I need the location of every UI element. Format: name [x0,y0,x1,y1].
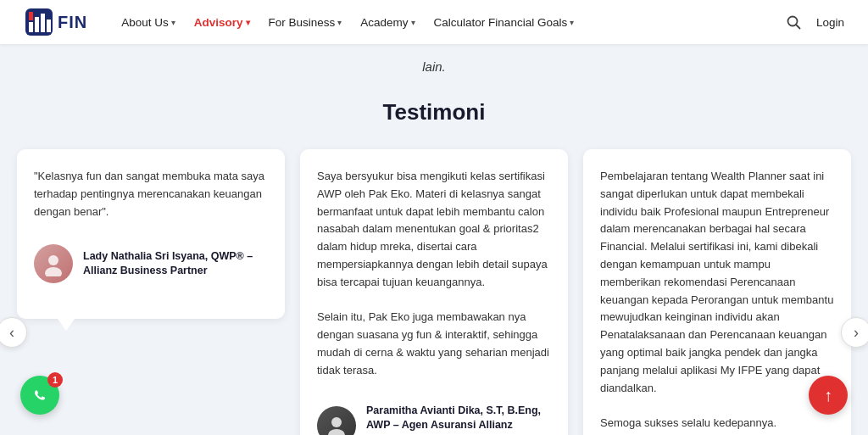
nav-item-advisory[interactable]: Advisory ▾ [187,11,257,34]
testimonial-text: "Kelasnya fun dan sangat membuka mata sa… [34,168,268,220]
section-title: Testimoni [17,99,851,125]
avatar-icon [41,251,66,276]
avatar [34,244,73,283]
nav-item-calculator[interactable]: Calculator Financial Goals ▾ [427,11,581,34]
search-icon [787,15,801,30]
nav-item-about-us[interactable]: About Us ▾ [114,11,182,34]
nav-menu: About Us ▾ Advisory ▾ For Business ▾ Aca… [114,11,787,34]
svg-point-11 [328,429,345,435]
svg-point-9 [45,267,62,276]
search-button[interactable] [787,15,801,30]
svg-rect-1 [29,22,33,32]
logo-icon [24,7,54,37]
chevron-down-icon: ▾ [411,18,415,27]
main-content: lain. Testimoni ‹ "Kelasnya fun dan sang… [0,44,868,435]
brand-name: FIN [58,13,87,32]
navbar: FIN About Us ▾ Advisory ▾ For Business ▾… [0,0,868,44]
chevron-down-icon: ▾ [171,18,175,27]
top-text: lain. [0,44,868,74]
testimonial-author: Paramitha Avianti Dika, S.T, B.Eng, AWP … [317,404,551,435]
scroll-top-button[interactable]: ↑ [809,376,848,415]
chevron-down-icon: ▾ [570,18,574,27]
author-name: Lady Nathalia Sri Isyana, QWP® – Allianz… [83,249,268,279]
chevron-down-icon: ▾ [337,18,342,27]
svg-rect-3 [35,17,39,32]
nav-item-for-business[interactable]: For Business ▾ [262,11,349,34]
navbar-right: Login [787,15,844,30]
whatsapp-icon [30,385,50,405]
chevron-down-icon: ▾ [246,18,250,27]
testimonial-text: Saya bersyukur bisa mengikuti kelas sert… [317,168,551,380]
testimonial-card: "Kelasnya fun dan sangat membuka mata sa… [17,149,285,319]
svg-rect-2 [29,12,33,20]
svg-line-7 [796,25,800,29]
testimonial-author: Lady Nathalia Sri Isyana, QWP® – Allianz… [34,244,268,283]
whatsapp-button[interactable]: 1 [20,376,59,415]
svg-point-8 [48,255,58,265]
svg-point-10 [331,417,342,427]
logo[interactable]: FIN [24,7,87,37]
testimoni-section: Testimoni ‹ "Kelasnya fun dan sangat mem… [0,74,868,435]
testimonial-text: Pembelajaran tentang Wealth Planner saat… [600,168,834,432]
carousel-container: ‹ "Kelasnya fun dan sangat membuka mata … [17,149,851,435]
author-info: Lady Nathalia Sri Isyana, QWP® – Allianz… [83,249,268,279]
author-info: Paramitha Avianti Dika, S.T, B.Eng, AWP … [366,404,551,435]
avatar [317,406,356,435]
testimonial-card: Saya bersyukur bisa mengikuti kelas sert… [300,149,568,435]
svg-rect-4 [41,14,45,32]
carousel-next-button[interactable]: › [841,317,868,348]
author-name: Paramitha Avianti Dika, S.T, B.Eng, AWP … [366,404,551,435]
login-button[interactable]: Login [816,16,844,29]
svg-rect-5 [47,20,51,32]
nav-item-academy[interactable]: Academy ▾ [353,11,421,34]
testimonials-list: "Kelasnya fun dan sangat membuka mata sa… [17,149,851,435]
notification-badge: 1 [47,372,63,388]
avatar-icon [324,413,349,435]
